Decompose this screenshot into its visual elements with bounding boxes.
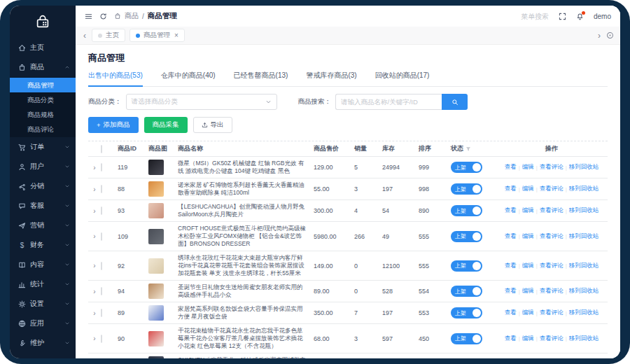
sidebar-item-apps[interactable]: 应用 <box>10 314 76 333</box>
breadcrumb-parent[interactable]: 商品 <box>125 11 139 21</box>
op-edit-link[interactable]: 编辑 <box>520 206 536 215</box>
op-view-comments-link[interactable]: 查看评论 <box>538 232 566 241</box>
op-view-link[interactable]: 查看 <box>503 335 519 343</box>
op-view-comments-link[interactable]: 查看评论 <box>538 262 566 270</box>
sidebar-subitem[interactable]: 商品评论 <box>10 122 76 136</box>
op-view-link[interactable]: 查看 <box>503 232 519 241</box>
user-menu[interactable]: demo <box>594 13 611 20</box>
product-status-tab[interactable]: 已经售罄商品(13) <box>234 71 288 86</box>
sidebar-item-home[interactable]: 主页 <box>10 38 76 57</box>
category-select[interactable]: 请选择商品分类 <box>126 94 277 110</box>
status-toggle[interactable]: 上架 <box>451 260 482 272</box>
menu-search-input[interactable] <box>503 13 549 20</box>
sidebar-subitem[interactable]: 商品管理 <box>10 78 76 92</box>
sidebar-item-service[interactable]: 客服 <box>10 196 76 216</box>
fullscreen-icon[interactable] <box>559 13 566 20</box>
product-status-tab[interactable]: 仓库中的商品(40) <box>161 71 216 86</box>
status-toggle[interactable]: 上架 <box>451 183 482 195</box>
close-icon[interactable]: × <box>174 31 178 39</box>
row-checkbox[interactable] <box>101 335 102 343</box>
row-expand-icon[interactable]: › <box>88 161 101 174</box>
op-view-link[interactable]: 查看 <box>503 185 519 193</box>
op-move-to-recycle-link[interactable]: 移到回收站 <box>567 335 601 343</box>
row-checkbox[interactable] <box>101 206 102 215</box>
product-status-tab[interactable]: 回收站的商品(17) <box>375 71 430 86</box>
op-view-link[interactable]: 查看 <box>503 206 519 215</box>
row-expand-icon[interactable]: › <box>88 204 101 218</box>
op-view-comments-link[interactable]: 查看评论 <box>538 335 566 343</box>
status-toggle[interactable]: 上架 <box>451 205 482 216</box>
product-search-input[interactable] <box>335 94 442 110</box>
op-move-to-recycle-link[interactable]: 移到回收站 <box>567 206 601 215</box>
row-checkbox[interactable] <box>101 287 102 295</box>
hamburger-menu-icon[interactable] <box>85 13 92 20</box>
status-toggle[interactable]: 上架 <box>451 333 482 344</box>
sidebar-item-finance[interactable]: $财务 <box>10 235 76 255</box>
collect-product-button[interactable]: 商品采集 <box>144 117 188 133</box>
row-expand-icon[interactable]: › <box>88 307 101 320</box>
op-move-to-recycle-link[interactable]: 移到回收站 <box>567 309 601 317</box>
row-expand-icon[interactable]: › <box>88 183 101 196</box>
status-toggle[interactable]: 上架 <box>451 286 482 297</box>
refresh-icon[interactable] <box>99 13 107 20</box>
sidebar-item-maintenance[interactable]: 维护 <box>10 333 76 353</box>
row-checkbox[interactable] <box>101 185 102 193</box>
sidebar-item-goods[interactable]: 商品 <box>10 57 76 77</box>
row-expand-icon[interactable]: › <box>88 230 101 243</box>
row-expand-icon[interactable]: › <box>88 259 101 272</box>
op-view-link[interactable]: 查看 <box>503 163 519 172</box>
sidebar-item-statistics[interactable]: 统计 <box>10 274 76 294</box>
op-edit-link[interactable]: 编辑 <box>520 163 536 172</box>
row-expand-icon[interactable]: › <box>88 332 101 345</box>
op-edit-link[interactable]: 编辑 <box>520 232 536 241</box>
window-tab[interactable]: 商品管理× <box>130 29 185 42</box>
product-status-tab[interactable]: 警戒库存商品(3) <box>306 71 356 86</box>
op-view-comments-link[interactable]: 查看评论 <box>538 185 566 193</box>
op-view-comments-link[interactable]: 查看评论 <box>538 309 566 317</box>
op-edit-link[interactable]: 编辑 <box>520 335 536 343</box>
op-view-link[interactable]: 查看 <box>503 309 519 317</box>
window-tab[interactable]: 主页 <box>92 29 125 42</box>
op-view-comments-link[interactable]: 查看评论 <box>538 287 566 295</box>
product-status-tab[interactable]: 出售中的商品(53) <box>88 71 143 87</box>
sidebar-item-distribution[interactable]: 分销 <box>10 176 76 196</box>
op-move-to-recycle-link[interactable]: 移到回收站 <box>567 185 601 193</box>
row-expand-icon[interactable]: › <box>88 358 101 359</box>
op-edit-link[interactable]: 编辑 <box>520 262 536 270</box>
op-edit-link[interactable]: 编辑 <box>520 185 536 193</box>
row-checkbox[interactable] <box>101 163 102 172</box>
op-view-link[interactable]: 查看 <box>503 262 519 270</box>
tabs-scroll-left-icon[interactable]: ‹ <box>82 31 88 40</box>
select-all-checkbox[interactable] <box>101 145 102 153</box>
tab-options-icon[interactable] <box>606 31 614 39</box>
op-edit-link[interactable]: 编辑 <box>520 287 536 295</box>
sidebar-item-content[interactable]: 内容 <box>10 255 76 274</box>
sidebar-item-users[interactable]: 用户 <box>10 157 76 176</box>
sidebar-item-orders[interactable]: 订单 <box>10 137 76 157</box>
op-move-to-recycle-link[interactable]: 移到回收站 <box>567 287 601 295</box>
row-checkbox[interactable] <box>101 262 102 270</box>
op-edit-link[interactable]: 编辑 <box>520 309 536 317</box>
add-product-button[interactable]: + 添加商品 <box>88 117 139 133</box>
sidebar-subitem[interactable]: 商品规格 <box>10 107 76 122</box>
app-logo[interactable] <box>10 6 76 38</box>
status-filter-icon[interactable] <box>465 146 471 152</box>
row-checkbox[interactable] <box>101 309 102 317</box>
op-move-to-recycle-link[interactable]: 移到回收站 <box>567 232 601 241</box>
op-move-to-recycle-link[interactable]: 移到回收站 <box>567 262 601 270</box>
notifications-button[interactable] <box>576 13 584 20</box>
sidebar-item-marketing[interactable]: 营销 <box>10 216 76 235</box>
row-checkbox[interactable] <box>101 232 102 241</box>
op-view-link[interactable]: 查看 <box>503 287 519 295</box>
tabs-scroll-right-icon[interactable]: › <box>596 31 602 40</box>
op-view-comments-link[interactable]: 查看评论 <box>538 206 566 215</box>
status-toggle[interactable]: 上架 <box>451 162 482 173</box>
sidebar-subitem[interactable]: 商品分类 <box>10 92 76 107</box>
status-toggle[interactable]: 上架 <box>451 231 482 242</box>
sidebar-item-settings[interactable]: 设置 <box>10 294 76 314</box>
export-button[interactable]: 导出 <box>193 117 232 133</box>
search-button[interactable] <box>442 94 468 110</box>
status-toggle[interactable]: 上架 <box>451 307 482 318</box>
op-move-to-recycle-link[interactable]: 移到回收站 <box>567 163 601 172</box>
row-expand-icon[interactable]: › <box>88 285 101 298</box>
